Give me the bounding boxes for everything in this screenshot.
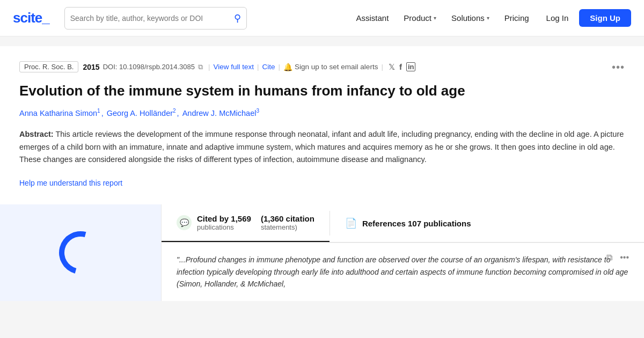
- citation-statement: "...Profound changes in immune phenotype…: [162, 243, 644, 300]
- abstract-body: This article reviews the development of …: [19, 130, 624, 164]
- logo[interactable]: scite_: [13, 10, 49, 26]
- author-2[interactable]: Georg A. Holländer2: [107, 109, 176, 117]
- meta-bar: Proc. R. Soc. B. 2015 DOI: 10.1098/rspb.…: [19, 61, 625, 72]
- twitter-icon[interactable]: 𝕏: [389, 62, 395, 72]
- help-link[interactable]: Help me understand this report: [19, 179, 122, 187]
- cite-link[interactable]: Cite: [262, 63, 275, 71]
- nav-item-assistant[interactable]: Assistant: [349, 10, 395, 26]
- left-panel: [0, 204, 161, 301]
- view-full-text-link[interactable]: View full text: [213, 63, 254, 71]
- article-content: ••• Proc. R. Soc. B. 2015 DOI: 10.1098/r…: [0, 46, 644, 204]
- nav-item-solutions[interactable]: Solutions ▾: [445, 10, 496, 26]
- bell-icon: 🔔: [283, 63, 292, 71]
- article-title: Evolution of the immune system in humans…: [19, 82, 625, 100]
- abstract-label: Abstract:: [19, 130, 54, 138]
- search-icon: ⚲: [234, 12, 241, 24]
- cited-by-sub-label: publications: [197, 223, 251, 231]
- references-label: References 107 publications: [362, 219, 471, 228]
- chevron-down-icon: ▾: [487, 15, 489, 21]
- tab-references[interactable]: 📄 References 107 publications: [330, 204, 486, 242]
- authors: Anna Katharina Simon1, Georg A. Hollände…: [19, 108, 625, 117]
- citation-statements-main: (1,360 citation: [261, 214, 314, 223]
- author-1[interactable]: Anna Katharina Simon1: [19, 109, 100, 117]
- tab-cited-by[interactable]: 💬 Cited by 1,569 publications (1,360 cit…: [162, 204, 330, 242]
- facebook-icon[interactable]: f: [399, 62, 402, 71]
- copy-statement-button[interactable]: ⧉: [606, 253, 612, 262]
- bottom-section: 💬 Cited by 1,569 publications (1,360 cit…: [0, 204, 644, 301]
- abstract: Abstract: This article reviews the devel…: [19, 128, 625, 167]
- document-icon: 📄: [345, 217, 357, 229]
- doi-text: DOI: 10.1098/rspb.2014.3085: [103, 63, 195, 71]
- social-icons: 𝕏 f in: [389, 62, 416, 72]
- nav-links: Assistant Product ▾ Solutions ▾ Pricing …: [349, 9, 631, 27]
- cited-by-main-label: Cited by 1,569: [197, 214, 251, 223]
- search-input[interactable]: [70, 14, 234, 23]
- journal-badge: Proc. R. Soc. B.: [19, 61, 78, 72]
- citation-statements-sub: statements): [261, 223, 314, 231]
- chevron-down-icon: ▾: [434, 15, 436, 21]
- login-button[interactable]: Log In: [538, 10, 577, 26]
- navbar: scite_ ⚲ Assistant Product ▾ Solutions ▾…: [0, 0, 644, 36]
- copy-doi-icon[interactable]: ⧉: [198, 63, 203, 71]
- linkedin-icon[interactable]: in: [406, 62, 416, 71]
- citation-tabs: 💬 Cited by 1,569 publications (1,360 cit…: [162, 204, 644, 243]
- tab-cited-by-labels: Cited by 1,569 publications: [197, 214, 251, 231]
- chat-bubble-icon: 💬: [177, 215, 192, 230]
- signup-button[interactable]: Sign Up: [579, 9, 631, 27]
- search-button[interactable]: ⚲: [234, 12, 241, 24]
- more-statement-button[interactable]: •••: [620, 253, 629, 262]
- email-alert-text: Sign up to set email alerts: [295, 63, 378, 71]
- nav-item-product[interactable]: Product ▾: [397, 10, 443, 26]
- article-year: 2015: [83, 63, 99, 71]
- search-wrapper: ⚲: [64, 7, 247, 30]
- author-3[interactable]: Andrew J. McMichael3: [182, 109, 259, 117]
- citation-quote: "...Profound changes in immune phenotype…: [177, 255, 628, 288]
- nav-item-pricing[interactable]: Pricing: [498, 10, 536, 26]
- scite-logo-large: [59, 231, 102, 274]
- citation-statements-labels: (1,360 citation statements): [261, 214, 314, 231]
- statement-actions: ⧉ •••: [606, 253, 629, 262]
- c-shape-logo: [51, 224, 109, 282]
- right-panel: 💬 Cited by 1,569 publications (1,360 cit…: [161, 204, 644, 301]
- more-options-button[interactable]: •••: [612, 61, 625, 74]
